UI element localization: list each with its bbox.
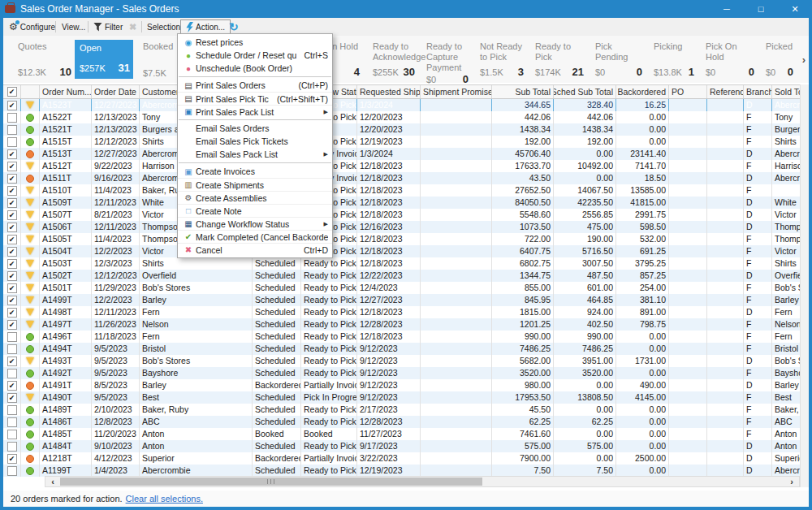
row-checkbox[interactable] [7, 332, 17, 342]
row-checkbox[interactable] [7, 430, 17, 439]
status-section-pick-on-hold[interactable]: Pick On Hold$00 [701, 36, 758, 83]
menu-item-create-invoices[interactable]: ▣Create Invoices [178, 165, 332, 178]
column-header-shipment-promised-date[interactable]: Shipment Promised D... [421, 85, 492, 98]
table-row[interactable]: ✔A1499T12/2/2023BarleyScheduledReady to … [3, 294, 800, 306]
table-row[interactable]: A1199T1/4/2023AbercrombieScheduledReady … [3, 465, 800, 477]
row-checkbox[interactable]: ✔ [7, 454, 17, 464]
horizontal-scrollbar[interactable]: ‹ › [45, 476, 800, 487]
row-checkbox[interactable]: ✔ [7, 186, 17, 196]
scroll-left-arrow-icon[interactable]: ‹ [47, 477, 58, 486]
status-section-pick-pending[interactable]: Pick Pending$00 [590, 36, 646, 83]
menu-item-create-assemblies[interactable]: ⚙Create Assemblies [178, 191, 332, 204]
menu-item-create-note[interactable]: □Create Note [178, 204, 332, 217]
column-header-order-num[interactable]: Order Num...▾ [40, 85, 92, 98]
row-checkbox[interactable] [7, 344, 17, 354]
table-row[interactable]: ✔A1502T12/12/2023OverfieldScheduledReady… [3, 270, 800, 282]
strip-overflow-chevron-icon[interactable]: › [802, 54, 809, 66]
table-row[interactable]: ✔A1501T11/29/2023Bob's StoresScheduledRe… [3, 282, 800, 294]
status-section-open[interactable]: Open$257K31 [75, 40, 133, 79]
table-row[interactable]: A1522T12/13/2023TonyScheduledReady to Pi… [3, 111, 800, 123]
table-row[interactable]: ✔A1218T4/12/2023SuperiorBackorderedParti… [3, 452, 800, 465]
menu-item-cancel[interactable]: ✖CancelCtrl+D [178, 243, 332, 256]
column-header-sub-total[interactable]: Sub Total [492, 85, 554, 98]
table-row[interactable]: ✔A1512T9/22/2023HarrisonScheduledReady t… [3, 160, 800, 172]
menu-item-print-sales-pack-list[interactable]: ▣Print Sales Pack List▶ [178, 105, 332, 118]
table-row[interactable]: A1489T2/10/2023Baker, RubyScheduledReady… [3, 404, 800, 416]
column-header-row-status[interactable] [21, 85, 40, 98]
column-header-order-date[interactable]: Order Date [92, 85, 140, 98]
table-row[interactable]: ✔A1506T12/11/2023ThompsonScheduledReady … [3, 221, 800, 233]
refresh-button[interactable]: ↻ [229, 20, 239, 33]
table-row[interactable]: ✔A1493T9/5/2023Bob's StoresScheduledRead… [3, 355, 800, 367]
column-header-backordered[interactable]: Backordered [616, 85, 669, 98]
table-row[interactable]: ✔A1504T12/2/2023VictorScheduledReady to … [3, 245, 800, 257]
table-row[interactable]: A1485T11/20/2023AntonBookedBooked11/27/2… [3, 428, 800, 440]
vertical-scrollbar[interactable] [800, 84, 809, 487]
row-checkbox[interactable]: ✔ [7, 101, 17, 110]
menu-item-email-sales-orders[interactable]: Email Sales Orders [178, 122, 332, 135]
table-row[interactable]: ✔A1507T8/21/2023VictorScheduledReady to … [3, 209, 800, 221]
status-section-ready-to-acknowledge[interactable]: Ready to Acknowledge$255K30 [368, 36, 418, 83]
column-header-requested-ship-date[interactable]: Requested Ship Date [357, 85, 421, 98]
configure-button[interactable]: ⚙ Configure [9, 20, 55, 33]
table-row[interactable]: ✔A1490T9/5/2023BestScheduledPick In Prog… [3, 391, 800, 404]
status-section-quotes[interactable]: Quotes$12.3K10 [13, 36, 75, 83]
row-checkbox[interactable]: ✔ [7, 296, 17, 305]
row-checkbox[interactable]: ✔ [7, 283, 17, 293]
table-row[interactable]: A1484T9/10/2023AntonScheduledReady to Pi… [3, 440, 800, 452]
status-section-not-ready-to-pick[interactable]: Not Ready to Pick$1.5K3 [475, 36, 527, 83]
table-row[interactable]: ✔A1491T8/5/2023BarleyBackorderedPartiall… [3, 379, 800, 391]
menu-item-email-sales-pick-tickets[interactable]: Email Sales Pick Tickets [178, 135, 332, 148]
status-section-ready-to-capture-payment[interactable]: Ready to Capture Payment$00 [421, 36, 472, 83]
row-checkbox[interactable] [7, 405, 17, 415]
row-checkbox[interactable] [7, 417, 17, 427]
minimize-button[interactable]: ─ [710, 4, 744, 15]
row-checkbox[interactable] [7, 442, 17, 452]
row-checkbox[interactable]: ✔ [7, 381, 17, 391]
maximize-button[interactable]: □ [744, 4, 778, 15]
row-checkbox[interactable]: ✔ [7, 259, 17, 269]
table-row[interactable]: ✔A1513T12/27/2023AbercrombieBackorderedP… [3, 148, 800, 160]
menu-item-email-sales-pack-list[interactable]: Email Sales Pack List▶ [178, 148, 332, 161]
status-section-picking[interactable]: Picking$13.8K1 [649, 36, 698, 83]
table-row[interactable]: A1494T9/5/2023BristolScheduledReady to P… [3, 343, 800, 355]
menu-item-mark-completed-cancel-backorder[interactable]: ✔Mark Completed (Cancel Backorder) [178, 230, 332, 243]
table-row[interactable]: ✔A1509T12/11/2023WhiteScheduledReady to … [3, 197, 800, 209]
menu-item-reset-prices[interactable]: ◉Reset prices [178, 36, 332, 49]
row-checkbox[interactable] [7, 125, 17, 135]
row-checkbox[interactable]: ✔ [7, 247, 17, 257]
row-checkbox[interactable]: ✔ [7, 210, 17, 220]
menu-item-change-workflow-status[interactable]: ▦Change Workflow Status▶ [178, 217, 332, 230]
row-checkbox[interactable] [7, 369, 17, 378]
menu-item-unschedule-book-order[interactable]: ●Unschedule (Book Order) [178, 62, 332, 75]
row-checkbox[interactable] [7, 137, 17, 147]
row-checkbox[interactable] [7, 466, 17, 476]
select-all-checkbox[interactable]: ✔ [7, 87, 17, 97]
table-row[interactable]: ✔A1497T11/26/2023NelsonScheduledReady to… [3, 318, 800, 331]
table-row[interactable]: ✔A1505T11/4/2023ThompsonScheduledReady t… [3, 233, 800, 245]
table-row[interactable]: ✔A1503T12/3/2023ShirtsScheduledReady to … [3, 257, 800, 270]
clear-filter-button[interactable]: ✖ [129, 20, 136, 33]
menu-item-print-sales-orders[interactable]: ▤Print Sales Orders(Ctrl+P) [178, 79, 332, 92]
row-checkbox[interactable]: ✔ [7, 198, 17, 208]
table-row[interactable]: ✔A1523T12/27/2023AbercrombieScheduledRea… [3, 99, 800, 111]
table-row[interactable]: ✔A1511T9/16/2023AbercrombieBackorderedPa… [3, 172, 800, 184]
status-section-picked[interactable]: Picked$00 [761, 36, 797, 83]
table-row[interactable]: A1515T12/12/2023ShirtsScheduledReady to … [3, 136, 800, 148]
row-checkbox[interactable]: ✔ [7, 271, 17, 281]
row-checkbox[interactable]: ✔ [7, 393, 17, 403]
filter-button[interactable]: Filter [93, 20, 123, 33]
menu-item-print-sales-pick-tickets[interactable]: ▤Print Sales Pick Tickets(Ctrl+Shift+T) [178, 92, 332, 105]
column-header-reference[interactable]: Reference [707, 85, 744, 98]
column-header-po[interactable]: PO [669, 85, 707, 98]
scrollbar-thumb[interactable] [60, 478, 482, 486]
clear-selections-link[interactable]: Clear all selections. [126, 494, 203, 504]
row-checkbox[interactable]: ✔ [7, 223, 17, 232]
row-checkbox[interactable]: ✔ [7, 308, 17, 318]
table-row[interactable]: ✔A1498T12/11/2023FernScheduledReady to P… [3, 306, 800, 318]
table-row[interactable]: A1496T11/18/2023FernScheduledReady to Pi… [3, 331, 800, 343]
column-header-sched-sub-total[interactable]: Sched Sub Total [554, 85, 616, 98]
view-button[interactable]: View... [62, 20, 85, 33]
column-header-select-all[interactable]: ✔ [3, 85, 21, 98]
row-checkbox[interactable]: ✔ [7, 320, 17, 330]
